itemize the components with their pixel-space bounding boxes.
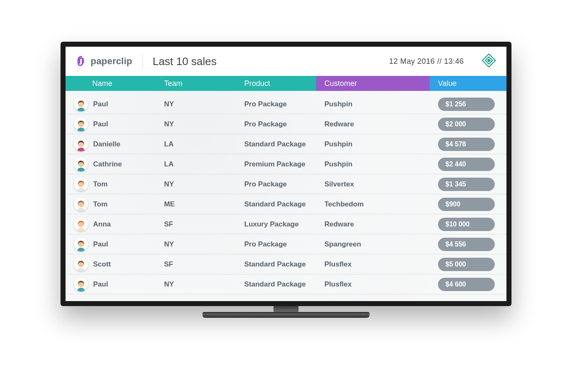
value-pill: $2 000 — [438, 118, 495, 131]
avatar — [74, 217, 88, 231]
cell-customer: Pushpin — [316, 140, 430, 148]
value-pill: $4 556 — [438, 238, 495, 251]
header: paperclip Last 10 sales 12 May 2016 // 1… — [66, 47, 506, 76]
cell-customer: Spangreen — [316, 240, 430, 249]
cell-customer: Pushpin — [316, 160, 430, 168]
avatar — [74, 157, 88, 171]
divider — [142, 54, 143, 69]
tv-stand — [202, 306, 370, 318]
column-header-bar: Name Team Product Customer Value — [66, 76, 506, 91]
cell-team: SF — [156, 260, 236, 269]
table-row: Tom NY Pro Package Silvertex $1 345 — [66, 174, 506, 194]
table-row: Paul NY Pro Package Spangreen $4 556 — [66, 234, 506, 254]
cell-product: Standard Package — [236, 260, 316, 269]
avatar — [74, 117, 88, 131]
cell-name: Paul — [66, 237, 156, 251]
cell-product: Pro Package — [236, 240, 316, 249]
col-product: Product — [236, 76, 316, 91]
cell-customer: Pushpin — [316, 100, 430, 108]
datetime: 12 May 2016 // 13:46 — [389, 57, 464, 66]
cell-value: $1 256 — [430, 98, 506, 111]
table-row: Paul NY Pro Package Pushpin $1 256 — [66, 94, 506, 114]
value-pill: $5 000 — [438, 258, 495, 271]
cell-team: NY — [156, 120, 236, 128]
cell-name: Paul — [66, 277, 156, 291]
value-pill: $10 000 — [438, 218, 495, 231]
cell-team: NY — [156, 180, 236, 188]
cell-name: Paul — [66, 117, 156, 131]
value-pill: $1 345 — [438, 178, 495, 191]
cell-value: $10 000 — [430, 218, 506, 231]
cell-value: $4 600 — [430, 278, 506, 291]
salesperson-name: Anna — [93, 220, 111, 229]
salesperson-name: Scott — [93, 260, 111, 269]
col-customer: Customer — [316, 76, 430, 91]
salesperson-name: Tom — [93, 180, 108, 188]
table-row: Danielle LA Standard Package Pushpin $4 … — [66, 134, 506, 154]
col-team: Team — [156, 76, 236, 91]
cell-product: Standard Package — [236, 280, 316, 289]
value-pill: $2 440 — [438, 158, 495, 171]
cell-product: Standard Package — [236, 140, 316, 148]
value-pill: $4 578 — [438, 138, 495, 151]
table-body: Paul NY Pro Package Pushpin $1 256 Paul … — [66, 91, 506, 301]
cell-team: NY — [156, 240, 236, 249]
value-pill: $4 600 — [438, 278, 495, 291]
salesperson-name: Paul — [93, 100, 108, 108]
cell-name: Scott — [66, 257, 156, 271]
cell-customer: Plusflex — [316, 260, 430, 269]
value-pill: $900 — [438, 198, 495, 211]
table-row: Anna SF Luxury Package Redware $10 000 — [66, 214, 506, 234]
value-pill: $1 256 — [438, 98, 495, 111]
avatar — [74, 177, 88, 191]
cell-value: $5 000 — [430, 258, 506, 271]
cell-value: $2 000 — [430, 118, 506, 131]
svg-rect-2 — [488, 59, 490, 62]
cell-product: Pro Package — [236, 180, 316, 188]
cell-value: $4 578 — [430, 138, 506, 151]
cell-team: ME — [156, 200, 236, 209]
cell-team: LA — [156, 160, 236, 168]
cell-product: Pro Package — [236, 120, 316, 128]
salesperson-name: Paul — [93, 120, 108, 128]
avatar — [74, 277, 88, 291]
cell-name: Tom — [66, 177, 156, 191]
table-row: Paul NY Pro Package Redware $2 000 — [66, 114, 506, 134]
brand-logo: paperclip — [76, 55, 132, 67]
app-icon — [481, 53, 496, 70]
cell-team: SF — [156, 220, 236, 229]
cell-product: Luxury Package — [236, 220, 316, 229]
cell-value: $1 345 — [430, 178, 506, 191]
brand-name: paperclip — [91, 56, 132, 67]
cell-name: Cathrine — [66, 157, 156, 171]
col-name: Name — [66, 76, 156, 91]
cell-value: $900 — [430, 198, 506, 211]
table-row: Paul NY Standard Package Plusflex $4 600 — [66, 274, 506, 294]
salesperson-name: Paul — [93, 280, 108, 289]
cell-product: Pro Package — [236, 100, 316, 108]
cell-customer: Redware — [316, 220, 430, 229]
cell-name: Tom — [66, 197, 156, 211]
cell-name: Danielle — [66, 137, 156, 151]
tv-frame: paperclip Last 10 sales 12 May 2016 // 1… — [61, 42, 511, 306]
cell-customer: Silvertex — [316, 180, 430, 188]
avatar — [74, 97, 88, 111]
salesperson-name: Paul — [93, 240, 108, 249]
table-row: Scott SF Standard Package Plusflex $5 00… — [66, 254, 506, 274]
salesperson-name: Cathrine — [93, 160, 122, 168]
cell-value: $2 440 — [430, 158, 506, 171]
cell-team: LA — [156, 140, 236, 148]
avatar — [74, 257, 88, 271]
table-row: Tom ME Standard Package Techbedom $900 — [66, 194, 506, 214]
salesperson-name: Danielle — [93, 140, 120, 148]
cell-name: Anna — [66, 217, 156, 231]
cell-value: $4 556 — [430, 238, 506, 251]
cell-customer: Techbedom — [316, 200, 430, 209]
paperclip-icon — [76, 55, 87, 67]
cell-customer: Plusflex — [316, 280, 430, 289]
col-value: Value — [430, 76, 506, 91]
cell-product: Standard Package — [236, 200, 316, 209]
cell-team: NY — [156, 100, 236, 108]
avatar — [74, 197, 88, 211]
table-row: Cathrine LA Premium Package Pushpin $2 4… — [66, 154, 506, 174]
